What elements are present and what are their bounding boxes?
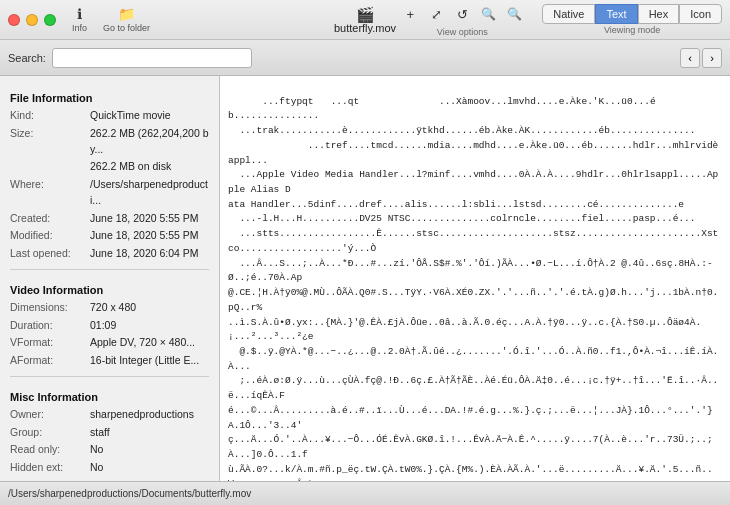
sidebar-kind-key: Kind: — [10, 108, 90, 124]
sidebar-aformat-val: 16-bit Integer (Little E... — [90, 353, 199, 369]
sidebar-vformat-key: VFormat: — [10, 335, 90, 351]
sidebar-dimensions-row: Dimensions: 720 x 480 — [0, 299, 219, 317]
minimize-button[interactable] — [26, 14, 38, 26]
divider-2 — [10, 376, 209, 377]
text-mode-button[interactable]: Text — [595, 4, 637, 24]
next-result-button[interactable]: › — [702, 48, 722, 68]
go-to-folder-button[interactable]: 📁 Go to folder — [97, 4, 156, 35]
sidebar-aformat-row: AFormat: 16-bit Integer (Little E... — [0, 352, 219, 370]
icon-mode-button[interactable]: Icon — [679, 4, 722, 24]
sidebar-hiddenext-val: No — [90, 460, 103, 476]
video-info-title: Video Information — [0, 276, 219, 299]
search-label: Search: — [8, 52, 46, 64]
sidebar-lastopened-val: June 18, 2020 6:04 PM — [90, 246, 199, 262]
sidebar-readonly-row: Read only: No — [0, 441, 219, 459]
sidebar-hiddenext-key: Hidden ext: — [10, 460, 90, 476]
sidebar-dimensions-val: 720 x 480 — [90, 300, 136, 316]
file-icon: 🎬 — [356, 7, 375, 22]
file-info-title: File Information — [0, 84, 219, 107]
info-label: Info — [72, 23, 87, 33]
zoom-in-button[interactable]: + — [398, 2, 422, 26]
sidebar-size-disk-val: 262.2 MB on disk — [90, 159, 171, 175]
sidebar-filenum-row: File number: 56468238 — [0, 477, 219, 481]
sidebar-created-val: June 18, 2020 5:55 PM — [90, 211, 199, 227]
search-bar: Search: ‹ › — [0, 40, 730, 76]
rotate-button[interactable]: ↺ — [450, 2, 474, 26]
zoom-out-button[interactable]: 🔍 — [502, 2, 526, 26]
sidebar-created-key: Created: — [10, 211, 90, 227]
sidebar-modified-val: June 18, 2020 5:55 PM — [90, 228, 199, 244]
sidebar-kind-row: Kind: QuickTime movie — [0, 107, 219, 125]
sidebar-modified-key: Modified: — [10, 228, 90, 244]
toolbar-right: + ⤢ ↺ 🔍 🔍 View options Native Text Hex I… — [398, 2, 722, 37]
close-button[interactable] — [8, 14, 20, 26]
sidebar-vformat-val: Apple DV, 720 × 480... — [90, 335, 195, 351]
sidebar-group-val: staff — [90, 425, 110, 441]
hex-mode-button[interactable]: Hex — [638, 4, 680, 24]
window-title-area: 🎬 butterfly.mov — [334, 0, 396, 40]
sidebar-lastopened-row: Last opened: June 18, 2020 6:04 PM — [0, 245, 219, 263]
sidebar-aformat-key: AFormat: — [10, 353, 90, 369]
sidebar-duration-row: Duration: 01:09 — [0, 317, 219, 335]
nav-arrows: ‹ › — [680, 48, 722, 68]
sidebar-where-key: Where: — [10, 177, 90, 209]
sidebar-duration-key: Duration: — [10, 318, 90, 334]
sidebar-size-key: Size: — [10, 126, 90, 158]
sidebar: File Information Kind: QuickTime movie S… — [0, 76, 220, 481]
sidebar-created-row: Created: June 18, 2020 5:55 PM — [0, 210, 219, 228]
status-bar: /Users/sharpenedproductions/Documents/bu… — [0, 481, 730, 505]
sidebar-duration-val: 01:09 — [90, 318, 116, 334]
folder-icon: 📁 — [118, 6, 135, 22]
sidebar-lastopened-key: Last opened: — [10, 246, 90, 262]
window-title: butterfly.mov — [334, 22, 396, 34]
zoom-in-alt-button[interactable]: 🔍 — [476, 2, 500, 26]
native-mode-button[interactable]: Native — [542, 4, 595, 24]
window-controls-area: ℹ Info 📁 Go to folder — [8, 4, 156, 35]
sidebar-kind-val: QuickTime movie — [90, 108, 171, 124]
text-content: ...ftypqt ...qt ...Xàmoov...lmvhd....e.À… — [228, 96, 718, 481]
sidebar-readonly-val: No — [90, 442, 103, 458]
sidebar-dimensions-key: Dimensions: — [10, 300, 90, 316]
viewing-mode-section: Native Text Hex Icon Viewing mode — [542, 4, 722, 35]
sidebar-filenum-val: 56468238 — [90, 478, 137, 481]
search-input[interactable] — [52, 48, 252, 68]
sidebar-group-row: Group: staff — [0, 424, 219, 442]
sidebar-size-row: Size: 262.2 MB (262,204,200 by... — [0, 125, 219, 159]
sidebar-modified-row: Modified: June 18, 2020 5:55 PM — [0, 227, 219, 245]
view-options-label: View options — [437, 27, 488, 37]
go-to-folder-label: Go to folder — [103, 23, 150, 33]
prev-result-button[interactable]: ‹ — [680, 48, 700, 68]
sidebar-where-row: Where: /Users/sharpenedproducti... — [0, 176, 219, 210]
info-button[interactable]: ℹ Info — [66, 4, 93, 35]
status-path: /Users/sharpenedproductions/Documents/bu… — [8, 488, 251, 499]
sidebar-size-disk-row: 262.2 MB on disk — [0, 158, 219, 176]
sidebar-group-key: Group: — [10, 425, 90, 441]
title-bar: ℹ Info 📁 Go to folder 🎬 butterfly.mov + … — [0, 0, 730, 40]
sidebar-size-val: 262.2 MB (262,204,200 by... — [90, 126, 209, 158]
fit-button[interactable]: ⤢ — [424, 2, 448, 26]
viewing-mode-label: Viewing mode — [604, 25, 660, 35]
text-content-area[interactable]: ...ftypqt ...qt ...Xàmoov...lmvhd....e.À… — [220, 76, 730, 481]
sidebar-owner-key: Owner: — [10, 407, 90, 423]
window-controls — [8, 14, 56, 26]
sidebar-where-val: /Users/sharpenedproducti... — [90, 177, 209, 209]
divider-1 — [10, 269, 209, 270]
sidebar-readonly-key: Read only: — [10, 442, 90, 458]
sidebar-size-disk-key — [10, 159, 90, 175]
sidebar-vformat-row: VFormat: Apple DV, 720 × 480... — [0, 334, 219, 352]
info-icon: ℹ — [77, 6, 82, 22]
viewing-mode-buttons: Native Text Hex Icon — [542, 4, 722, 24]
sidebar-owner-val: sharpenedproductions — [90, 407, 194, 423]
main-layout: File Information Kind: QuickTime movie S… — [0, 76, 730, 481]
misc-info-title: Misc Information — [0, 383, 219, 406]
sidebar-filenum-key: File number: — [10, 478, 90, 481]
sidebar-owner-row: Owner: sharpenedproductions — [0, 406, 219, 424]
view-options-section: + ⤢ ↺ 🔍 🔍 View options — [398, 2, 526, 37]
maximize-button[interactable] — [44, 14, 56, 26]
sidebar-hiddenext-row: Hidden ext: No — [0, 459, 219, 477]
